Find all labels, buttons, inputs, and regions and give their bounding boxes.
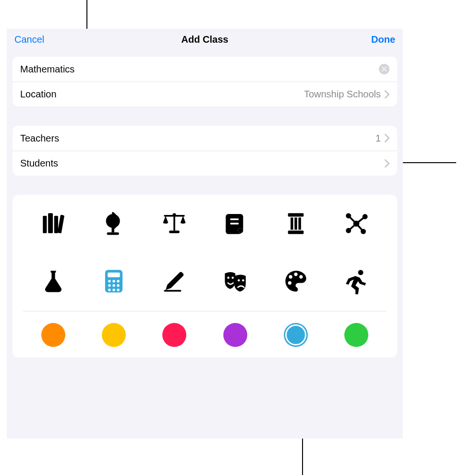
icon-grid [23, 208, 387, 297]
svg-point-27 [113, 280, 115, 282]
svg-point-43 [288, 281, 291, 285]
appearance-picker [12, 195, 397, 357]
chevron-right-icon [385, 91, 389, 98]
svg-rect-6 [107, 232, 119, 235]
svg-point-32 [108, 288, 110, 291]
chevron-right-icon [385, 134, 389, 142]
svg-rect-16 [291, 217, 293, 229]
svg-point-36 [227, 276, 230, 279]
teachers-row[interactable]: Teachers 1 [12, 126, 397, 151]
globe-icon[interactable] [98, 208, 129, 239]
location-label: Location [20, 89, 57, 100]
students-row[interactable]: Students [12, 151, 397, 176]
svg-point-39 [242, 279, 244, 282]
svg-point-11 [238, 228, 243, 233]
class-info-group: Location Township Schools [12, 57, 397, 107]
svg-point-9 [173, 213, 176, 216]
cancel-button[interactable]: Cancel [14, 34, 53, 45]
teachers-count: 1 [376, 133, 381, 144]
close-icon [382, 67, 387, 71]
svg-point-31 [117, 284, 120, 286]
molecule-icon[interactable] [341, 208, 372, 239]
panel-title: Add Class [53, 34, 357, 45]
flask-icon[interactable] [38, 266, 69, 297]
navbar: Cancel Add Class Done [7, 29, 403, 50]
svg-rect-25 [108, 273, 120, 277]
clear-text-button[interactable] [379, 64, 389, 74]
color-row [23, 323, 387, 347]
color-swatch-blue[interactable] [284, 323, 308, 347]
svg-rect-8 [170, 231, 180, 233]
svg-rect-15 [288, 231, 303, 234]
svg-point-41 [294, 273, 297, 276]
svg-rect-2 [54, 216, 58, 233]
svg-point-34 [117, 288, 120, 291]
svg-rect-5 [112, 228, 114, 232]
teachers-label: Teachers [20, 133, 59, 144]
color-swatch-yellow[interactable] [102, 323, 126, 347]
location-value: Township Schools [304, 89, 381, 100]
svg-point-29 [108, 284, 110, 286]
svg-rect-1 [48, 213, 53, 233]
done-button[interactable]: Done [357, 34, 395, 45]
svg-rect-17 [294, 217, 297, 229]
scales-icon[interactable] [159, 208, 190, 239]
color-swatch-green[interactable] [344, 323, 368, 347]
books-icon[interactable] [38, 208, 69, 239]
add-class-panel: Cancel Add Class Done Location Township … [7, 29, 403, 439]
scroll-icon[interactable] [220, 208, 251, 239]
people-group: Teachers 1 Students [12, 126, 397, 176]
color-swatch-pink[interactable] [162, 323, 186, 347]
palette-icon[interactable] [280, 266, 311, 297]
column-icon[interactable] [280, 208, 311, 239]
svg-point-42 [299, 275, 303, 278]
chevron-right-icon [385, 160, 389, 167]
calculator-icon[interactable] [98, 266, 129, 297]
svg-rect-12 [230, 218, 239, 220]
pencil-icon[interactable] [159, 266, 190, 297]
location-row[interactable]: Location Township Schools [12, 82, 397, 107]
svg-rect-35 [164, 290, 182, 292]
svg-point-26 [108, 280, 110, 282]
svg-point-44 [358, 270, 364, 275]
svg-point-37 [231, 276, 234, 279]
svg-point-38 [238, 279, 240, 282]
svg-rect-3 [58, 215, 65, 234]
class-name-row [12, 57, 397, 82]
svg-rect-13 [230, 223, 239, 225]
theater-masks-icon[interactable] [220, 266, 251, 297]
color-swatch-purple[interactable] [223, 323, 247, 347]
divider [23, 311, 387, 311]
runner-icon[interactable] [341, 266, 372, 297]
color-swatch-orange[interactable] [41, 323, 65, 347]
svg-point-33 [113, 288, 115, 291]
students-label: Students [20, 158, 58, 169]
svg-rect-18 [298, 217, 301, 229]
svg-point-28 [117, 280, 120, 282]
svg-rect-14 [288, 213, 303, 216]
class-name-input[interactable] [20, 64, 379, 75]
svg-rect-0 [43, 216, 47, 233]
svg-point-40 [289, 275, 292, 278]
svg-point-30 [113, 284, 115, 286]
